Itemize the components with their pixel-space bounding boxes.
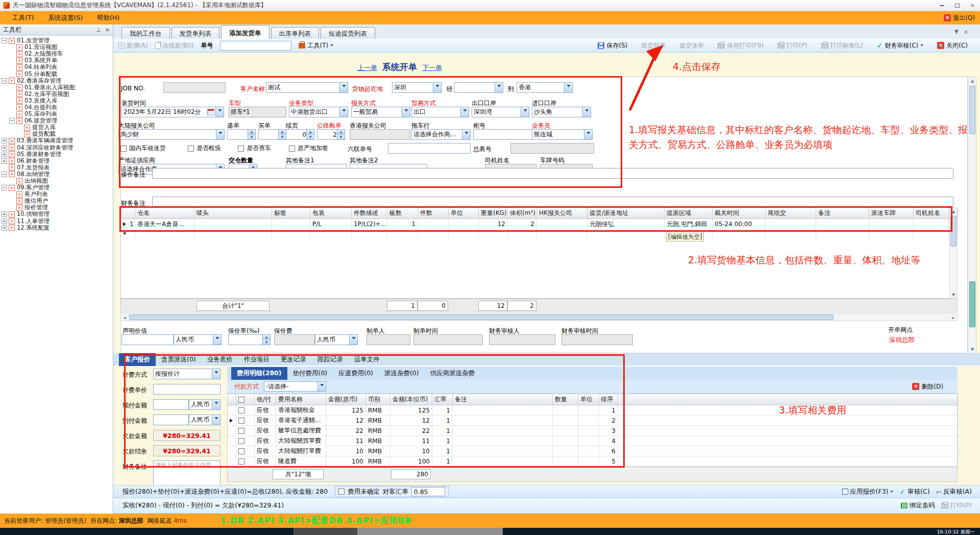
field-manifest[interactable]: 2▲▼ bbox=[317, 129, 345, 140]
bottom-tab-2[interactable]: 业务底价 bbox=[202, 353, 238, 366]
close-window-button[interactable]: × bbox=[965, 0, 980, 11]
payment-method-combo[interactable]: -请选择- bbox=[264, 381, 326, 392]
field-calc_mode[interactable]: 按报价计 bbox=[153, 369, 220, 379]
scrollbar-thumb[interactable] bbox=[950, 216, 957, 247]
field-insure_fee-currency[interactable]: 人民币 bbox=[315, 334, 358, 345]
menu-tools[interactable]: 工具(T) bbox=[5, 12, 41, 25]
scroll-left-icon[interactable]: ◄ bbox=[121, 314, 128, 321]
scroll-up-icon[interactable]: ▲ bbox=[969, 77, 976, 84]
checkbox-icon[interactable] bbox=[238, 458, 244, 465]
field-via[interactable] bbox=[454, 82, 503, 93]
close-sidebar-icon[interactable]: × bbox=[105, 27, 110, 33]
maximize-button[interactable] bbox=[949, 0, 965, 11]
field-didan[interactable]: ▲▼ bbox=[227, 129, 256, 140]
checkbox-icon[interactable] bbox=[238, 397, 244, 403]
sidebar-item[interactable]: 05.分单配载 bbox=[0, 70, 113, 77]
dropdown-arrow-icon[interactable] bbox=[213, 335, 221, 345]
fee-tab-3[interactable]: 派送杂费(0) bbox=[379, 367, 425, 380]
field-xuye[interactable]: 0▲▼ bbox=[286, 129, 314, 140]
field-import_port[interactable]: 沙头角 bbox=[532, 107, 591, 117]
field-cash_amt[interactable] bbox=[153, 399, 189, 410]
sidebar-item[interactable]: 04.自提列表 bbox=[0, 104, 113, 111]
cargo-vertical-scrollbar[interactable]: ▲ ▼ bbox=[949, 207, 958, 299]
audit-button[interactable]: ✓审核(C) bbox=[899, 488, 929, 496]
sidebar-item[interactable]: 03.直接入库 bbox=[0, 98, 113, 104]
sidebar-item[interactable]: 02.大陆预排车 bbox=[0, 51, 113, 57]
sidebar-item[interactable]: 提货配载 bbox=[0, 131, 113, 137]
sidebar-item[interactable]: 报价管理 bbox=[0, 204, 113, 211]
fee-row[interactable]: 应收香港電子通關...12RMB1212 bbox=[228, 416, 957, 426]
spin-up-icon[interactable]: ▲ bbox=[307, 130, 314, 135]
dropdown-arrow-icon[interactable] bbox=[212, 369, 220, 379]
bottom-tab-1[interactable]: 含票派送(0) bbox=[156, 353, 202, 366]
collapse-icon[interactable]: − bbox=[2, 78, 7, 84]
checkbox-icon[interactable] bbox=[188, 145, 194, 152]
expand-icon[interactable]: + bbox=[2, 152, 7, 157]
dropdown-arrow-icon[interactable] bbox=[349, 335, 357, 345]
dropdown-arrow-icon[interactable] bbox=[215, 107, 224, 117]
apply-quote-button[interactable]: 应用报价(F3) bbox=[842, 488, 894, 496]
taskbar-window-segment[interactable] bbox=[293, 528, 357, 535]
checkbox-icon[interactable] bbox=[238, 407, 244, 414]
checkbox-icon[interactable] bbox=[289, 145, 295, 152]
field-customer[interactable]: 测试 bbox=[266, 82, 348, 93]
spin-up-icon[interactable]: ▲ bbox=[248, 130, 255, 135]
fee-tab-4[interactable]: 供应商派送杂费 bbox=[425, 367, 481, 380]
sidebar-item[interactable]: −08.出纳管理 bbox=[0, 171, 113, 178]
scrollbar-thumb[interactable] bbox=[129, 314, 834, 320]
field-six_no[interactable] bbox=[388, 143, 471, 154]
finance-audit-button[interactable]: ✓财务审核(C) bbox=[877, 41, 923, 50]
dropdown-arrow-icon[interactable] bbox=[339, 83, 348, 92]
bottom-tab-5[interactable]: 跟踪记录 bbox=[312, 353, 349, 366]
sidebar-item[interactable]: +11.人事管理 bbox=[0, 218, 113, 225]
exit-button[interactable]: 退出(Q) bbox=[953, 14, 975, 22]
tab-close-icon[interactable]: × bbox=[964, 29, 968, 35]
field-trailer[interactable]: 请选择合作商... bbox=[411, 129, 471, 140]
scroll-up-icon[interactable]: ▲ bbox=[950, 208, 957, 215]
field-salesman[interactable]: 熊连城 bbox=[532, 129, 593, 140]
close-tab-button[interactable]: ×关闭(C) bbox=[937, 41, 968, 50]
sidebar-item[interactable]: 出纳视图 bbox=[0, 178, 113, 184]
expand-icon[interactable]: + bbox=[2, 225, 7, 231]
fee-row[interactable]: 应收艙單信息處理費22RMB2213 bbox=[228, 426, 957, 436]
field-maidan[interactable]: ▲▼ bbox=[258, 129, 286, 140]
scrollbar-marker[interactable] bbox=[969, 281, 975, 327]
expand-icon[interactable]: + bbox=[2, 138, 7, 143]
sidebar-item[interactable]: −09.客户管理 bbox=[0, 184, 113, 191]
field-export_port[interactable]: 深圳湾 bbox=[472, 107, 529, 117]
cargo-row[interactable]: 1香港天一A倉葵...P/L1P/L(2)+...1122元朗佳弘元朗,屯門,錦… bbox=[121, 219, 957, 230]
sidebar-item[interactable]: 03.系统开单 bbox=[0, 57, 113, 64]
form-vertical-scrollbar[interactable]: ▲ ▼ bbox=[968, 77, 976, 353]
checkbox-icon[interactable] bbox=[238, 438, 244, 444]
bind-barcode-button[interactable]: 绑定条码 bbox=[901, 501, 935, 510]
sidebar-item[interactable]: 05.库存列表 bbox=[0, 111, 113, 117]
bottom-tab-0[interactable]: 客户报价 bbox=[119, 353, 156, 366]
tab-0[interactable]: 我的工作台 bbox=[121, 27, 170, 39]
dropdown-arrow-icon[interactable] bbox=[212, 415, 220, 425]
dropdown-arrow-icon[interactable] bbox=[521, 107, 529, 117]
save-button[interactable]: 保存(S) bbox=[598, 41, 627, 50]
unaudit-button[interactable]: ↩反审核(A) bbox=[936, 488, 972, 496]
fee-row[interactable]: 应收隧道費100RMB10015 bbox=[228, 456, 957, 467]
dropdown-arrow-icon[interactable] bbox=[460, 107, 469, 117]
field-arrival_amt-currency[interactable]: 人民币 bbox=[189, 415, 220, 425]
delete-fee-button[interactable]: × 删除(D) bbox=[912, 382, 943, 391]
spin-down-icon[interactable]: ▼ bbox=[307, 135, 314, 139]
dropdown-arrow-icon[interactable] bbox=[584, 130, 592, 139]
sidebar-item[interactable]: 微信用户 bbox=[0, 198, 113, 204]
spinner-icon[interactable]: ▲▼ bbox=[262, 335, 270, 345]
checkbox-icon[interactable] bbox=[238, 428, 244, 434]
spinner-icon[interactable]: ▲▼ bbox=[306, 130, 314, 139]
collapse-icon[interactable]: − bbox=[2, 38, 7, 43]
sidebar-item[interactable]: +04.深圳应收财务管理 bbox=[0, 144, 113, 151]
expand-icon[interactable]: + bbox=[2, 218, 7, 224]
field-declared-currency[interactable]: 人民币 bbox=[174, 334, 222, 345]
checkbox-icon[interactable] bbox=[238, 145, 244, 152]
taskbar-window-segment[interactable] bbox=[357, 528, 503, 535]
sidebar-item[interactable]: 客户列表 bbox=[0, 191, 113, 198]
sidebar-item[interactable]: +06.财务管理 bbox=[0, 158, 113, 164]
tab-2[interactable]: 添加发货单 bbox=[221, 25, 270, 39]
cargo-new-row[interactable]: * bbox=[121, 230, 957, 239]
fee-unconfirmed-checkbox[interactable] bbox=[338, 489, 345, 495]
sidebar-item[interactable]: 07.发货报表 bbox=[0, 164, 113, 171]
